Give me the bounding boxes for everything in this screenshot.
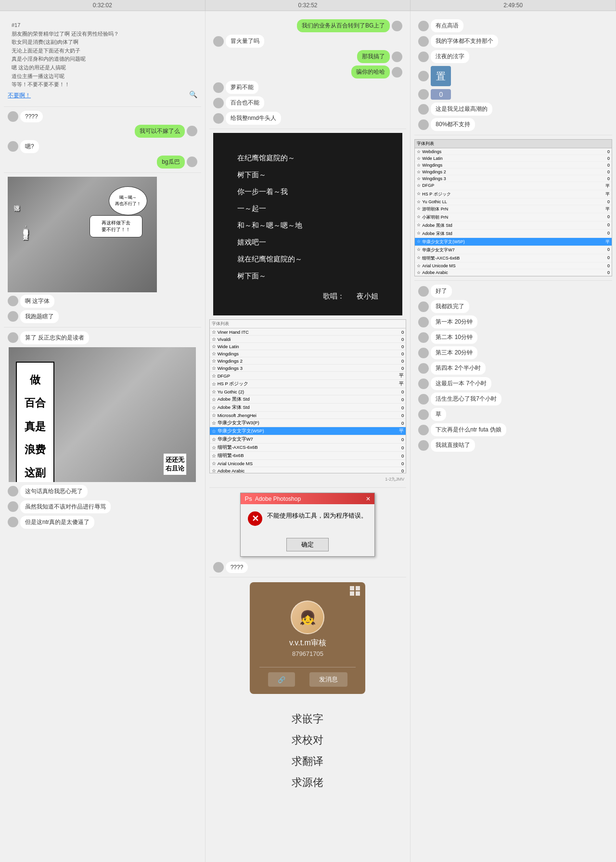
font-item-huakang: ☆ 华康少女文字W3(P) 0 xyxy=(210,419,406,427)
col3-msg-book3: 第三本 20分钟 xyxy=(418,346,608,359)
col3-avatar-done xyxy=(418,301,429,312)
font-panel-col3: 字体列表 ☆ Webdings 0 ☆ Wide Latin 0 ☆ Wingd… xyxy=(414,139,612,276)
recruit-text: 求嵌字 求校对 求翻译 求源佬 xyxy=(209,699,407,803)
font-item-yugothic: ☆ Yu Gothic (2) 0 xyxy=(210,388,406,395)
column-3: 有点高语 我的字体都不支持那个 泫夜的泫字 置 0 xyxy=(411,11,616,862)
col2-bubble-6: 百合也不能 xyxy=(226,96,264,109)
star-icon: ☆ xyxy=(212,373,216,379)
col3-msg-last: 我就直接咕了 xyxy=(418,439,608,452)
fp-wingdings3: ☆ Wingdings 3 0 xyxy=(415,175,612,182)
lyric-7: 树下面～ xyxy=(237,269,379,282)
bubble-3: 嗯? xyxy=(20,140,39,153)
col3-msg-next: 下次再是什么ntr futa 伪娘 xyxy=(418,423,608,436)
col3-avatar-book6 xyxy=(418,394,429,405)
qr-dot-3 xyxy=(350,591,354,596)
manga-caption-bottom: 还还无右且论 xyxy=(164,454,186,475)
col2-avatar-6 xyxy=(213,98,224,108)
col3-msg-book5: 这最后一本 7个小时 xyxy=(418,377,608,390)
msg-row-3: 嗯? xyxy=(8,140,197,153)
font-item-wide: ☆ Wide Latin 0 xyxy=(210,343,406,350)
fp-wingdings1: ☆ Wingdings 0 xyxy=(415,162,612,169)
col3-bubble-book5: 这最后一本 7个小时 xyxy=(431,377,491,390)
bubble-1: ???? xyxy=(20,111,43,122)
profile-share-btn[interactable]: 🔗 xyxy=(268,672,295,687)
col2-avatar-1 xyxy=(392,21,402,31)
col2-msg-row-2: 冒火量了吗 xyxy=(213,35,403,48)
fp-adobe-song: ☆ Adobe 宋体 Std 0 xyxy=(415,230,612,238)
font-item-huakang-selected: ☆ 华康少女文字文(W5P) 平 xyxy=(210,427,406,435)
col2-msg-row-1: 我们的业务从百合转到了BG上了 xyxy=(213,19,403,32)
singer-name: 夜小姐 xyxy=(357,292,378,300)
ps-ok-button[interactable]: 确定 xyxy=(286,538,329,551)
bubble-2: 我可以不嫁了么 xyxy=(135,125,185,138)
col3-bubble-3: 泫夜的泫字 xyxy=(431,50,469,63)
fp-webdings: ☆ Webdings 0 xyxy=(415,148,612,155)
col3-avatar-1 xyxy=(418,21,429,31)
profile-avatar: 👧 xyxy=(291,601,324,634)
col3-avatar-5 xyxy=(418,119,429,130)
link-text[interactable]: 不要啊！ xyxy=(8,92,31,99)
timestamp-col2: 0:32:52 xyxy=(205,0,411,11)
qr-code-icon[interactable] xyxy=(350,586,360,596)
avatar-2 xyxy=(187,126,197,136)
profile-msg-btn[interactable]: 发消息 xyxy=(309,672,347,687)
qr-dot-4 xyxy=(356,591,360,596)
lyric-1: 树下面～ xyxy=(237,168,379,181)
col3-msg-row-3: 泫夜的泫字 xyxy=(418,50,608,63)
ps-title-text: Adobe Photoshop xyxy=(255,496,301,502)
profile-card: 👧 v.v.t.m审核 879671705 🔗 发消息 xyxy=(250,582,365,694)
lyric-4: 和～和～嗯～嗯～地 xyxy=(237,219,379,232)
fp-adobe-arabic: ☆ Adobe Arabic 0 xyxy=(415,269,612,276)
col2-bubble-3: 那我搞了 xyxy=(357,50,390,63)
speech-bubble-2: 再这样做下去要不行了！！ xyxy=(90,215,142,237)
bubble-cap3: 算了 反正忠实的是读者 xyxy=(20,331,89,344)
col3-special-block-1: 置 xyxy=(418,66,608,86)
photoshop-dialog: Ps Adobe Photoshop ✕ ✕ 不能使用移动工具，因为程序错误。 … xyxy=(240,493,375,557)
ps-close-btn[interactable]: ✕ xyxy=(366,496,371,502)
font-panel-label: 字体列表 xyxy=(210,320,406,328)
col3-bubble-good: 好了 xyxy=(431,285,452,298)
fp-wide-latin: ☆ Wide Latin 0 xyxy=(415,155,612,162)
font-item-wingdings3: ☆ Wingdings 3 0 xyxy=(210,365,406,372)
ps-footer: 确定 xyxy=(241,533,374,556)
col2-msg-row-6: 百合也不能 xyxy=(213,96,403,109)
search-icon[interactable]: 🔍 xyxy=(189,91,197,98)
lyrics-box: 在纪鹰馆庭院的～ 树下面～ 你一步一着～我 一～起一 和～和～嗯～嗯～地 嬉戏吧… xyxy=(213,133,403,315)
col3-bubble-book6: 活生生恶心了我7个小时 xyxy=(431,392,501,405)
col2-divider-1 xyxy=(209,129,407,129)
col2-bubble-5: 萝莉不能 xyxy=(226,81,258,94)
col3-msg-row-2: 我的字体都不支持那个 xyxy=(418,35,608,48)
col3-msg-book4: 第四本 2个半小时 xyxy=(418,362,608,375)
star-icon: ☆ xyxy=(212,381,216,387)
star-icon: ☆ xyxy=(212,337,216,342)
divider-1 xyxy=(4,106,201,107)
col3-avatar-next xyxy=(418,425,429,435)
msg-row-cap3: 算了 反正忠实的是读者 xyxy=(8,331,197,344)
col2-avatar-5 xyxy=(213,82,224,93)
bubble-bottom1: 这句话真给我恶心死了 xyxy=(20,485,88,498)
bubble-cap2: 我跑题瞎了 xyxy=(20,310,59,323)
avatar-cap3 xyxy=(8,332,18,343)
avatar-bottom2 xyxy=(8,501,18,512)
profile-divider xyxy=(259,667,356,667)
col3-avatar-book2 xyxy=(418,332,429,343)
qr-dot-2 xyxy=(356,586,360,590)
col3-bubble-book2: 第二本 10分钟 xyxy=(431,331,477,344)
msg-row-bottom1: 这句话真给我恶心死了 xyxy=(8,485,197,498)
col3-divider-1 xyxy=(414,135,612,135)
col3-msg-row-4: 这是我见过最高潮的 xyxy=(418,103,608,116)
col2-bubble-4: 骗你的哈哈 xyxy=(351,65,390,78)
col3-avatar-last xyxy=(418,440,429,451)
header-bar: 0:32:02 0:32:52 2:49:50 xyxy=(0,0,616,11)
fp-ximing: ☆ 细明繁-AXCS-6x6B 0 xyxy=(415,254,612,262)
col3-divider-2 xyxy=(414,280,612,281)
bubble-bottom3: 但是这ntr真的是太傻逼了 xyxy=(20,516,94,529)
fp-hs: ☆ HS P ポジック 平 xyxy=(415,190,612,198)
col3-bubble-1: 有点高语 xyxy=(431,19,463,32)
bubble-cap1: 啊 这字体 xyxy=(20,295,54,308)
col3-avatar-book5 xyxy=(418,379,429,389)
ps-title-bar: Ps Adobe Photoshop ✕ xyxy=(241,493,374,504)
col3-bubble-next: 下次再是什么ntr futa 伪娘 xyxy=(431,423,506,436)
avatar-3 xyxy=(8,141,18,152)
col3-avatar-book1 xyxy=(418,317,429,327)
